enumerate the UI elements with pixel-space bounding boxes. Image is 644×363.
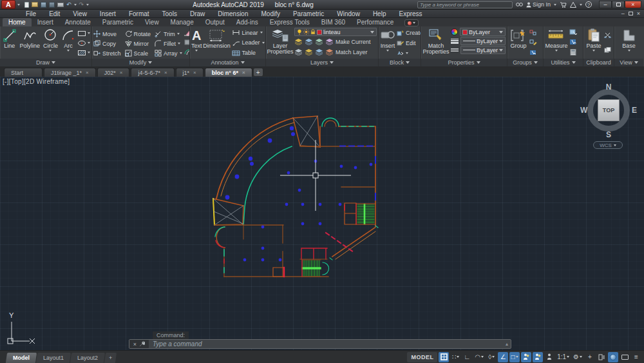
- ribbon-tab-addins[interactable]: Add-ins: [231, 18, 264, 26]
- menu-format[interactable]: Format: [122, 10, 156, 17]
- plot-icon[interactable]: [57, 3, 64, 7]
- tab-close-icon[interactable]: ×: [242, 70, 245, 75]
- a360-caret-icon[interactable]: [580, 4, 582, 6]
- undo-icon[interactable]: ↶: [66, 2, 71, 8]
- menu-file[interactable]: File: [19, 10, 43, 17]
- close-button[interactable]: ×: [625, 1, 641, 8]
- rotate-button[interactable]: Rotate: [125, 30, 151, 37]
- app-store-cart-icon[interactable]: [560, 1, 567, 8]
- ribbon-tab-home[interactable]: Home: [3, 18, 32, 26]
- panel-label-block[interactable]: Block: [379, 59, 421, 66]
- explode-button[interactable]: [184, 39, 189, 47]
- line-button[interactable]: Line: [1, 27, 18, 59]
- new-drawing-tab-button[interactable]: +: [254, 68, 263, 76]
- help-icon[interactable]: ?: [585, 1, 592, 8]
- object-isolate-button[interactable]: +: [585, 352, 595, 362]
- group-button[interactable]: Group: [509, 27, 528, 59]
- layer-tool-icon[interactable]: [315, 38, 323, 45]
- menu-help[interactable]: Help: [366, 10, 393, 17]
- ribbon-tab-insert[interactable]: Insert: [32, 18, 59, 26]
- layer-tool-icon[interactable]: [294, 48, 303, 55]
- command-close-icon[interactable]: ×: [133, 341, 137, 348]
- layer-tool-icon[interactable]: [315, 48, 323, 55]
- model-space-toggle[interactable]: MODEL: [407, 352, 437, 362]
- viewcube-north[interactable]: N: [606, 83, 612, 92]
- quick-calculator-button[interactable]: [569, 49, 577, 57]
- panel-label-view[interactable]: View: [614, 59, 643, 66]
- ribbon-tab-performance[interactable]: Performance: [351, 18, 399, 26]
- rectangle-tool-button[interactable]: [77, 30, 90, 37]
- new-layout-button[interactable]: +: [104, 353, 117, 363]
- panel-label-annotation[interactable]: Annotation: [190, 59, 265, 66]
- hatch-tool-button[interactable]: [77, 50, 90, 56]
- file-tab-j1tirage[interactable]: J1tirage _1*×: [44, 68, 96, 77]
- scale-button[interactable]: Scale: [125, 50, 151, 57]
- save-icon[interactable]: [41, 2, 46, 8]
- panel-label-draw[interactable]: Draw: [0, 59, 91, 66]
- layer-select[interactable]: linteau: [294, 28, 377, 36]
- menu-window[interactable]: Window: [330, 10, 366, 17]
- file-tab-bloc-n6[interactable]: bloc n° 6*×: [205, 68, 252, 77]
- search-binoculars-icon[interactable]: [516, 1, 523, 8]
- linear-dimension-button[interactable]: Linear: [232, 30, 265, 36]
- menu-express[interactable]: Express: [392, 10, 428, 17]
- dimension-button[interactable]: Dimension: [204, 27, 231, 59]
- undo-caret-icon[interactable]: [74, 4, 77, 6]
- ribbon-tab-parametric[interactable]: Parametric: [97, 18, 139, 26]
- group-edit-button[interactable]: [529, 39, 537, 46]
- panel-label-modify[interactable]: Modify: [92, 59, 189, 66]
- a360-icon[interactable]: [570, 1, 576, 8]
- ribbon-tab-output[interactable]: Output: [200, 18, 231, 26]
- tab-close-icon[interactable]: ×: [86, 70, 89, 75]
- sign-in-button[interactable]: Sign In: [526, 1, 551, 8]
- menu-edit[interactable]: Edit: [43, 10, 66, 17]
- wcs-selector[interactable]: WCS: [593, 141, 623, 149]
- signin-caret-icon[interactable]: [554, 4, 556, 6]
- trim-button[interactable]: Trim: [155, 30, 182, 37]
- linetype-select[interactable]: ByLayer: [460, 46, 506, 54]
- mirror-button[interactable]: Mirror: [125, 40, 151, 47]
- lineweight-select[interactable]: ByLayer: [460, 37, 506, 45]
- text-button[interactable]: A Text: [191, 27, 202, 59]
- ribbon-tab-manage[interactable]: Manage: [165, 18, 200, 26]
- stretch-button[interactable]: Stretch: [93, 50, 121, 57]
- edit-block-button[interactable]: Edit: [397, 40, 421, 46]
- layer-tool-icon[interactable]: [305, 38, 313, 45]
- paste-button[interactable]: Paste: [585, 27, 603, 59]
- copy-button[interactable]: Copy: [93, 40, 121, 47]
- ribbon-tab-bim360[interactable]: BIM 360: [316, 18, 351, 26]
- menu-view[interactable]: View: [66, 10, 93, 17]
- layer-tool-icon[interactable]: [294, 38, 303, 45]
- isometric-drafting-toggle[interactable]: ◊: [486, 352, 497, 362]
- viewcube-west[interactable]: W: [580, 106, 587, 115]
- viewcube[interactable]: N S W E TOP: [583, 84, 634, 136]
- command-recent-caret-icon[interactable]: ▴: [503, 341, 511, 347]
- circle-button[interactable]: Circle: [42, 27, 60, 59]
- menu-draw[interactable]: Draw: [184, 10, 211, 17]
- clean-screen-button[interactable]: [620, 352, 630, 362]
- annotation-scale-value[interactable]: 1:1: [556, 352, 571, 362]
- layer-tool-icon[interactable]: [305, 48, 313, 55]
- select-window-button[interactable]: [569, 39, 577, 46]
- ribbon-tab-express-tools[interactable]: Express Tools: [264, 18, 316, 26]
- object-color-select[interactable]: ByLayer: [460, 28, 506, 36]
- file-tab-j1[interactable]: j1*×: [176, 68, 204, 77]
- match-layer-button[interactable]: Match Layer: [336, 49, 368, 55]
- viewcube-top-face[interactable]: TOP: [598, 99, 620, 121]
- redo-icon[interactable]: ↷: [79, 2, 84, 8]
- table-button[interactable]: Table: [232, 50, 265, 56]
- measure-button[interactable]: Measure: [545, 27, 568, 59]
- object-snap-toggle[interactable]: □: [509, 352, 520, 362]
- move-button[interactable]: Move: [93, 30, 121, 37]
- layer-properties-button[interactable]: Layer Properties: [267, 27, 293, 59]
- snap-toggle[interactable]: ∷: [450, 352, 460, 362]
- workspace-switching-button[interactable]: ⚙: [572, 352, 583, 362]
- grid-toggle[interactable]: [439, 352, 449, 362]
- command-bar[interactable]: × ▴: [129, 339, 511, 349]
- arc-button[interactable]: Arc: [61, 27, 76, 59]
- menu-modify[interactable]: Modify: [255, 10, 287, 17]
- annotation-scale-person-icon[interactable]: [544, 352, 554, 362]
- leader-button[interactable]: Leader: [232, 39, 265, 46]
- make-current-button[interactable]: Make Current: [336, 39, 371, 45]
- group-selection-button[interactable]: [529, 49, 537, 57]
